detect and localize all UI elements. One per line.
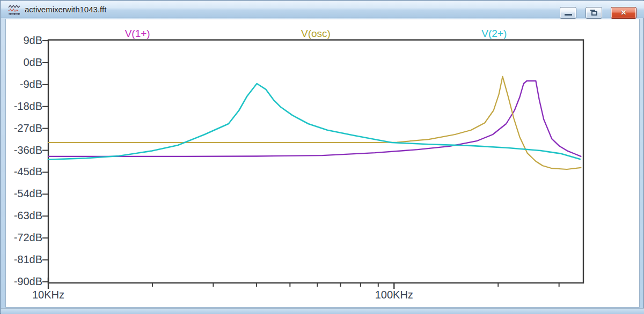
legend-label-v1+[interactable]: V(1+): [105, 28, 170, 40]
x-axis-label: 100KHz: [362, 289, 426, 301]
y-axis-label: 0dB: [4, 56, 42, 69]
window-bottom-frame: [1, 308, 644, 314]
y-axis-label: -72dB: [4, 231, 42, 244]
app-window: activemixerwith1043.fft ✕ 9dB0dB-9dB-18d…: [0, 0, 644, 314]
y-axis-label: -90dB: [4, 275, 42, 288]
y-axis-label: -27dB: [4, 122, 42, 134]
legend-label-v2+[interactable]: V(2+): [462, 28, 526, 40]
y-axis-label: -36dB: [4, 144, 42, 156]
trace-v1+: [48, 81, 581, 156]
fft-plot-canvas: [1, 1, 644, 314]
x-axis-label: 10KHz: [16, 289, 80, 301]
trace-v2+: [48, 84, 580, 160]
fft-plot-pane[interactable]: 9dB0dB-9dB-18dB-27dB-36dB-45dB-54dB-63dB…: [1, 1, 644, 314]
legend-label-vosc[interactable]: V(osc): [284, 28, 348, 40]
y-axis-label: -45dB: [4, 166, 42, 178]
y-axis-label: -18dB: [4, 100, 42, 113]
y-axis-label: -81dB: [4, 253, 42, 266]
y-axis-label: -9dB: [4, 78, 42, 91]
y-axis-label: -54dB: [4, 188, 42, 200]
y-axis-label: 9dB: [4, 34, 42, 47]
y-axis-label: -63dB: [4, 210, 42, 222]
